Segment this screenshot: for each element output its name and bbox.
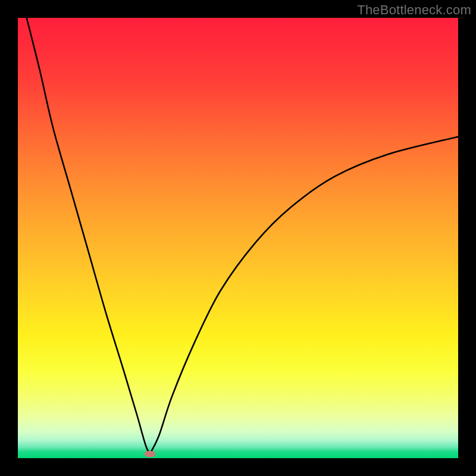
watermark-text: TheBottleneck.com [357,2,471,18]
chart-frame: TheBottleneck.com [0,0,476,476]
optimal-point-marker [145,451,155,457]
bottleneck-curve [18,18,458,458]
plot-area [18,18,458,458]
